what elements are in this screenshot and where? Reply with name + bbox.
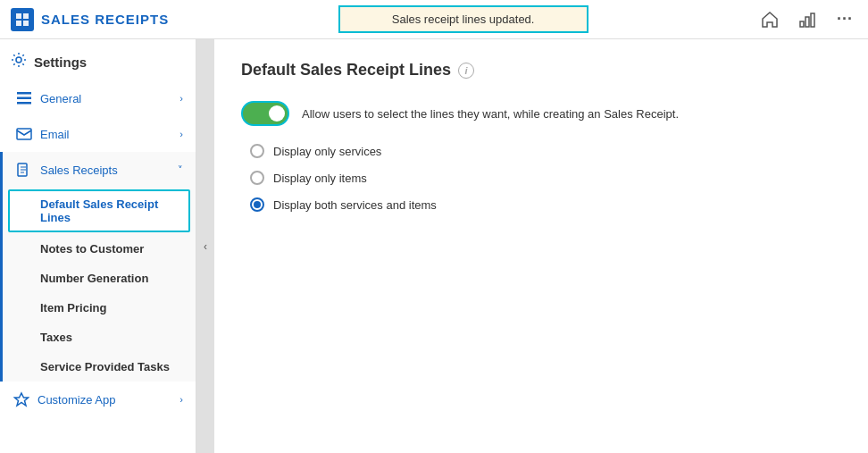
chevron-right-icon: ›: [179, 93, 183, 104]
notification-area: Sales receipt lines updated.: [169, 5, 757, 33]
svg-rect-3: [23, 21, 29, 26]
sales-receipts-section: Sales Receipts ˅ Default Sales Receipt L…: [0, 152, 196, 382]
email-icon: [15, 125, 33, 143]
svg-rect-9: [17, 97, 31, 100]
svg-rect-0: [16, 13, 21, 19]
page-title: Default Sales Receipt Lines i: [241, 61, 841, 80]
radio-label: Display only items: [273, 172, 367, 185]
radio-circle-icon: [250, 197, 264, 212]
svg-rect-6: [811, 13, 814, 27]
submenu-item-taxes[interactable]: Taxes: [3, 323, 196, 352]
notification-banner: Sales receipt lines updated.: [338, 5, 588, 33]
submenu-item-item-pricing[interactable]: Item Pricing: [3, 293, 196, 323]
svg-rect-4: [800, 21, 804, 27]
radio-option[interactable]: Display only services: [250, 144, 841, 158]
svg-rect-10: [17, 102, 31, 105]
svg-rect-2: [16, 21, 21, 26]
top-bar-actions: ···: [757, 7, 857, 32]
allow-select-toggle[interactable]: [241, 101, 289, 126]
sidebar-item-customize[interactable]: Customize App ›: [0, 382, 196, 417]
logo-icon: [11, 8, 34, 31]
sidebar-item-email[interactable]: Email ›: [0, 116, 196, 152]
svg-point-7: [16, 57, 21, 63]
submenu-item-service-tasks[interactable]: Service Provided Tasks: [3, 352, 196, 382]
svg-rect-1: [23, 13, 29, 19]
sidebar-item-general[interactable]: General ›: [0, 80, 196, 116]
radio-label: Display both services and items: [273, 198, 437, 212]
radio-circle-icon: [250, 144, 264, 158]
sidebar: Settings General › Email: [0, 39, 196, 453]
collapse-sidebar-button[interactable]: ‹: [196, 39, 214, 453]
sales-receipts-label: Sales Receipts: [40, 164, 118, 177]
content-area: Default Sales Receipt Lines i Allow user…: [214, 39, 868, 453]
submenu-item-notes[interactable]: Notes to Customer: [3, 234, 196, 264]
general-icon: [15, 89, 33, 107]
submenu-item-default-lines[interactable]: Default Sales Receipt Lines: [8, 189, 190, 232]
settings-header: Settings: [0, 39, 196, 80]
radio-circle-icon: [250, 171, 264, 185]
display-options-group: Display only servicesDisplay only itemsD…: [241, 144, 841, 212]
toggle-row: Allow users to select the lines they wan…: [241, 101, 841, 126]
sales-receipts-icon: [15, 161, 33, 179]
settings-label: Settings: [34, 55, 87, 70]
more-options-icon[interactable]: ···: [832, 7, 857, 32]
toggle-description: Allow users to select the lines they wan…: [302, 107, 679, 121]
radio-option[interactable]: Display both services and items: [250, 197, 841, 212]
general-label: General: [40, 92, 81, 105]
top-bar: SALES RECEIPTS Sales receipt lines updat…: [0, 0, 868, 39]
main-layout: Settings General › Email: [0, 39, 868, 453]
app-logo: SALES RECEIPTS: [11, 8, 169, 31]
email-label: Email: [40, 128, 70, 141]
info-icon[interactable]: i: [458, 63, 474, 79]
app-title: SALES RECEIPTS: [41, 12, 169, 27]
gear-icon: [11, 52, 27, 71]
home-icon[interactable]: [757, 7, 782, 32]
customize-label: Customize App: [38, 393, 115, 407]
sales-receipts-header[interactable]: Sales Receipts ˅: [3, 152, 196, 188]
radio-option[interactable]: Display only items: [250, 171, 841, 185]
chart-icon[interactable]: [795, 7, 820, 32]
svg-rect-8: [17, 92, 31, 95]
chevron-right-customize-icon: ›: [179, 394, 183, 405]
svg-rect-5: [805, 17, 809, 27]
customize-icon: [13, 390, 30, 408]
submenu-item-number-generation[interactable]: Number Generation: [3, 264, 196, 293]
radio-label: Display only services: [273, 145, 381, 158]
chevron-right-email-icon: ›: [179, 129, 183, 139]
chevron-down-icon: ˅: [178, 164, 183, 176]
svg-rect-11: [17, 129, 31, 139]
